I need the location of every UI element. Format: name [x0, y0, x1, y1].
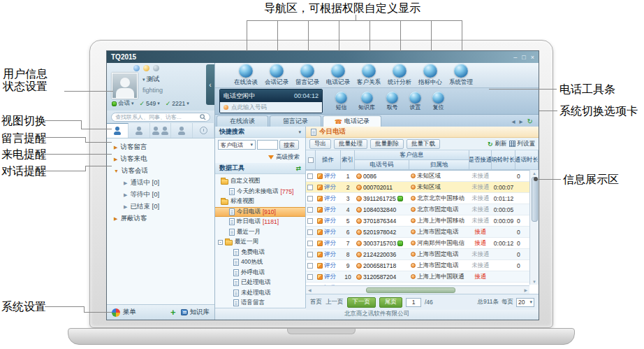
tree-item-visitor-sessions[interactable]: ▼访客会话	[107, 165, 214, 177]
refresh-tree-icon[interactable]: ⇄	[295, 165, 301, 172]
close-button[interactable]: ×	[531, 54, 534, 61]
nav-forward-icon[interactable]: ▸	[520, 117, 523, 125]
scroll-up-icon[interactable]: ▲	[532, 170, 536, 176]
score-link[interactable]: 评分	[324, 262, 336, 270]
view-folder-standard[interactable]: 标准视图	[215, 197, 305, 207]
view-tab-colleagues[interactable]	[129, 123, 150, 138]
score-link[interactable]: 评分	[324, 250, 336, 259]
view-item-unprocessed-calls[interactable]: 未处理电话	[215, 288, 305, 299]
refresh-button[interactable]: 刷新	[495, 140, 507, 148]
table-row[interactable]: 评分65201978042上海市固定电话接通0	[306, 227, 529, 238]
last-page-button[interactable]: 尾页	[379, 297, 402, 308]
horizontal-scrollbar[interactable]: ◀▶	[306, 285, 529, 294]
col-connected[interactable]: 是否接通	[469, 150, 492, 170]
table-row[interactable]: 评分73003715703河南郑州中国电信接通0:00:120	[306, 238, 529, 249]
scroll-right-icon[interactable]: ▶	[524, 287, 527, 292]
row-checkbox[interactable]	[307, 207, 313, 213]
nav-item-call-log[interactable]: 电话记录	[323, 63, 353, 87]
view-folder-last-week[interactable]: -最近一周	[215, 237, 305, 248]
view-item-today-calls[interactable]: 今日电话[910]	[215, 207, 305, 218]
batch-process-button[interactable]: 批量处理	[334, 139, 367, 149]
row-checkbox[interactable]	[307, 263, 313, 269]
search-button[interactable]: 搜索	[279, 140, 299, 150]
prev-page-button[interactable]: 上一页	[325, 298, 344, 306]
batch-delete-button[interactable]: 批量删除	[370, 139, 404, 149]
nav-item-system-admin[interactable]: 系统管理	[446, 63, 476, 87]
row-checkbox[interactable]	[307, 218, 313, 224]
page-number-input[interactable]: 1	[406, 298, 421, 307]
phone-action-take-number[interactable]: 取号	[386, 92, 398, 111]
row-checkbox[interactable]	[307, 173, 313, 179]
next-page-button[interactable]: 下一页	[347, 297, 376, 308]
phone-number-input[interactable]: 点此输入号码	[220, 102, 322, 113]
view-tab-contacts[interactable]	[107, 123, 129, 138]
menu-button[interactable]: 菜单	[112, 308, 136, 317]
refresh-icon[interactable]: ↻	[527, 117, 533, 125]
session-status-select[interactable]: 会话▾	[112, 99, 134, 108]
col-location[interactable]: 归属地	[409, 160, 469, 170]
view-item-voice-messages[interactable]: 语音留言	[215, 298, 305, 308]
phone-action-settings[interactable]: 设置	[409, 92, 421, 111]
stat-counter-1[interactable]: ✓549▾	[140, 100, 160, 107]
score-link[interactable]: 评分	[324, 183, 336, 192]
select-all-checkbox[interactable]	[308, 157, 314, 163]
view-item-outbound-calls[interactable]: 外呼电话	[215, 268, 305, 278]
tree-item-waiting[interactable]: ▶等待中 [0]	[107, 189, 214, 201]
minimize-button[interactable]: –	[513, 54, 517, 61]
nav-item-statistics[interactable]: 统计分析	[384, 63, 415, 87]
page-size-select[interactable]: 20▾	[516, 298, 534, 307]
col-operation[interactable]: 操作	[316, 150, 341, 170]
phone-action-reset[interactable]: 复位	[432, 92, 444, 111]
nav-item-session-log[interactable]: 会话记录	[261, 63, 292, 87]
collapse-sidebar-button[interactable]: ‹	[206, 64, 214, 105]
col-index[interactable]: 索引	[341, 150, 355, 170]
avatar[interactable]	[112, 73, 138, 99]
view-item-missed-today[interactable]: 今天的未接电话[775]	[215, 187, 305, 197]
row-checkbox[interactable]	[307, 252, 313, 257]
col-phone-number[interactable]: 电话号码	[355, 160, 409, 170]
export-button[interactable]: 导出	[309, 139, 331, 149]
view-tab-groups[interactable]	[150, 123, 172, 138]
user-signature[interactable]: fighting	[142, 87, 163, 94]
score-link[interactable]: 评分	[324, 228, 336, 236]
advanced-search-link[interactable]: 高级搜索	[276, 153, 300, 162]
first-page-button[interactable]: 首页	[310, 298, 322, 306]
col-talk-duration[interactable]: 通话时长	[515, 150, 539, 170]
tab-call-log[interactable]: ☎电话记录	[323, 115, 381, 127]
column-settings-button[interactable]: 列设置	[518, 140, 536, 148]
table-row[interactable]: 评分53701876344上海上海中国移动未接通0:00:090	[306, 215, 529, 227]
row-checkbox[interactable]	[307, 185, 313, 190]
table-row[interactable]: 评分82124220036上海市固定电话未接通0	[306, 249, 529, 260]
view-item-last-month[interactable]: 最近一月	[215, 227, 305, 238]
table-row[interactable]: 评分33911261725北京北京中国移动未接通0:01:12	[306, 193, 529, 204]
stat-counter-2[interactable]: ✓2221▾	[166, 100, 189, 107]
nav-back-icon[interactable]: ◂	[512, 117, 515, 125]
row-checkbox[interactable]	[307, 241, 313, 246]
maximize-button[interactable]: □	[522, 54, 525, 61]
contact-search-input[interactable]: 查找联系人、同事、访客...	[111, 113, 210, 122]
tab-message-log[interactable]: 留言记录	[270, 115, 321, 127]
row-checkbox[interactable]	[307, 196, 313, 201]
vertical-scrollbar[interactable]: ▲▼	[529, 170, 539, 285]
knowledge-base-button[interactable]: 知识库	[181, 308, 210, 317]
score-link[interactable]: 评分	[324, 273, 336, 281]
score-link[interactable]: 评分	[324, 194, 336, 203]
view-item-yesterday-calls[interactable]: 昨日电话[1181]	[215, 217, 305, 227]
table-row[interactable]: 评分10086未知区域未接通0	[306, 171, 529, 182]
search-value-input[interactable]	[257, 140, 278, 150]
tab-online-chat[interactable]: 在线洽谈	[217, 115, 268, 127]
add-icon[interactable]: +	[170, 308, 176, 317]
user-name[interactable]: 测试	[147, 75, 160, 84]
scroll-down-icon[interactable]: ▼	[532, 278, 536, 285]
scroll-left-icon[interactable]: ◀	[308, 287, 312, 292]
col-ring-duration[interactable]: 响铃时长	[492, 150, 515, 170]
message-icon[interactable]	[133, 65, 140, 71]
view-item-400-hotline[interactable]: 400热线	[215, 257, 305, 268]
nav-item-online-chat[interactable]: 在线洽谈	[230, 63, 261, 87]
tree-item-blocked-visitors[interactable]: ▶屏蔽访客	[107, 213, 214, 225]
tree-item-in-call[interactable]: ▶通话中 [0]	[107, 177, 214, 189]
score-link[interactable]: 评分	[324, 206, 336, 214]
collapse-box-icon[interactable]: -	[218, 240, 223, 245]
view-tab-history[interactable]	[193, 123, 214, 138]
table-row[interactable]: 评分103120587204上海上海中国联通接通	[306, 271, 529, 283]
